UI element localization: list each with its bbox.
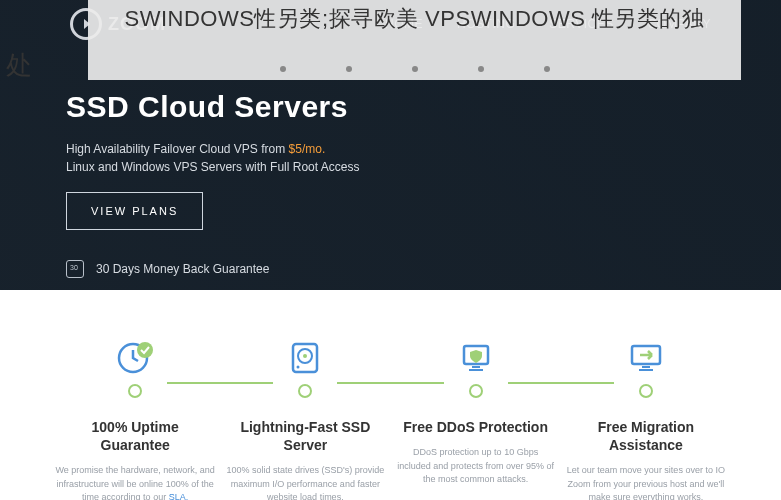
hero-subtitle-2: Linux and Windows VPS Servers with Full … [66, 160, 359, 174]
svg-rect-8 [469, 369, 483, 371]
sub1-price: $5/mo. [289, 142, 326, 156]
hero-title: SSD Cloud Servers [66, 90, 359, 124]
svg-rect-11 [639, 369, 653, 371]
dot[interactable] [544, 66, 550, 72]
feature-migration: Free Migration Assistance Let our team m… [566, 326, 726, 500]
svg-rect-10 [642, 366, 650, 368]
clock-check-icon [103, 326, 167, 390]
feature-desc: 100% solid state drives (SSD's) provide … [225, 464, 385, 500]
banner-text: SWINDOWS性另类;探寻欧美 VPSWINDOWS 性另类的独 [125, 4, 705, 34]
dot[interactable] [280, 66, 286, 72]
overlay-banner: SWINDOWS性另类;探寻欧美 VPSWINDOWS 性另类的独 [88, 0, 741, 80]
monitor-arrow-icon [614, 326, 678, 390]
feature-uptime: 100% Uptime Guarantee We promise the har… [55, 326, 215, 500]
dot[interactable] [346, 66, 352, 72]
shield-icon [444, 326, 508, 390]
feature-desc: Let our team move your sites over to IO … [566, 464, 726, 500]
hero-subtitle-1: High Availability Failover Cloud VPS fro… [66, 142, 359, 156]
overflow-char: 处 [6, 48, 32, 83]
dot[interactable] [412, 66, 418, 72]
disk-icon [273, 326, 337, 390]
sla-link[interactable]: SLA. [169, 492, 189, 500]
guarantee-text: 30 Days Money Back Guarantee [96, 262, 269, 276]
feature-ssd: Lightning-Fast SSD Server 100% solid sta… [225, 326, 385, 500]
svg-point-1 [137, 342, 153, 358]
feature-desc: DDoS protection up to 10 Gbps included a… [396, 446, 556, 487]
svg-point-4 [303, 354, 307, 358]
svg-point-5 [297, 366, 300, 369]
features-row: 100% Uptime Guarantee We promise the har… [0, 290, 781, 500]
calendar-icon [66, 260, 84, 278]
feature-title: Free Migration Assistance [566, 418, 726, 454]
feature-ddos: Free DDoS Protection DDoS protection up … [396, 326, 556, 500]
feature-title: Lightning-Fast SSD Server [225, 418, 385, 454]
banner-dots [280, 66, 550, 72]
feature-desc: We promise the hardware, network, and in… [55, 464, 215, 500]
guarantee-row: 30 Days Money Back Guarantee [66, 260, 359, 278]
hero-section: SWINDOWS性另类;探寻欧美 VPSWINDOWS 性另类的独 处 ZOOM… [0, 0, 781, 290]
dot[interactable] [478, 66, 484, 72]
hero-content: SSD Cloud Servers High Availability Fail… [66, 90, 359, 278]
feature-title: Free DDoS Protection [396, 418, 556, 436]
sub1-pre: High Availability Failover Cloud VPS fro… [66, 142, 289, 156]
feature-title: 100% Uptime Guarantee [55, 418, 215, 454]
view-plans-button[interactable]: VIEW PLANS [66, 192, 203, 230]
svg-rect-7 [472, 366, 480, 368]
